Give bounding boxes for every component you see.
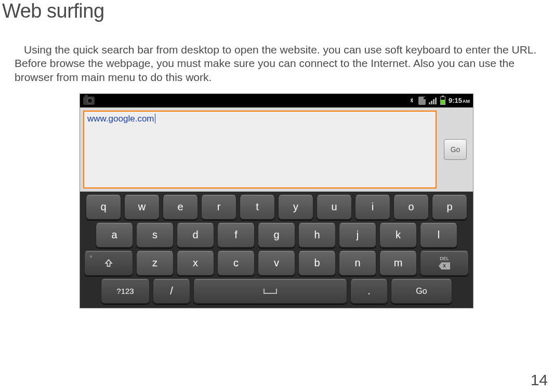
camera-icon <box>83 97 95 105</box>
key-w[interactable]: w <box>124 195 160 220</box>
key-b[interactable]: b <box>298 251 336 276</box>
key-s[interactable]: s <box>136 223 174 248</box>
key-space[interactable] <box>193 279 347 304</box>
space-icon <box>264 289 277 294</box>
key-v[interactable]: v <box>258 251 295 276</box>
clock: 9:15AM <box>449 97 470 104</box>
key-f[interactable]: f <box>217 223 255 248</box>
key-y[interactable]: y <box>278 195 313 220</box>
key-z[interactable]: z <box>136 251 174 276</box>
intro-paragraph: Using the quick search bar from desktop … <box>0 22 553 84</box>
key-symbols[interactable]: ?123 <box>101 279 150 304</box>
key-e[interactable]: e <box>163 195 198 220</box>
bluetooth-icon <box>408 97 415 104</box>
key-i[interactable]: i <box>355 195 390 220</box>
intro-text: Using the quick search bar from desktop … <box>15 44 536 83</box>
key-q[interactable]: q <box>86 195 121 220</box>
signal-icon <box>429 97 437 104</box>
key-o[interactable]: o <box>393 195 429 220</box>
url-text: www.google.com <box>87 114 155 124</box>
sd-card-icon <box>418 97 426 105</box>
key-a[interactable]: a <box>96 223 133 248</box>
key-t[interactable]: t <box>240 195 275 220</box>
url-area: www.google.com Go <box>80 107 473 192</box>
key-shift[interactable] <box>84 251 133 276</box>
key-go[interactable]: Go <box>391 279 452 304</box>
key-m[interactable]: m <box>379 251 417 276</box>
key-g[interactable]: g <box>258 223 295 248</box>
key-delete[interactable]: DEL x <box>420 251 469 276</box>
go-button[interactable]: Go <box>444 139 467 160</box>
key-h[interactable]: h <box>298 223 336 248</box>
device-screenshot: 9:15AM www.google.com Go q w e r t y u i… <box>80 93 473 308</box>
status-bar: 9:15AM <box>80 94 473 107</box>
url-input[interactable]: www.google.com <box>83 111 437 188</box>
key-p[interactable]: p <box>432 195 467 220</box>
key-dot[interactable]: . <box>350 279 388 304</box>
del-label: DEL <box>440 256 449 261</box>
key-r[interactable]: r <box>201 195 236 220</box>
key-c[interactable]: c <box>217 251 255 276</box>
page-title: Web surfing <box>0 0 553 22</box>
key-k[interactable]: k <box>379 223 417 248</box>
key-x[interactable]: x <box>177 251 214 276</box>
key-u[interactable]: u <box>317 195 352 220</box>
key-slash[interactable]: / <box>153 279 190 304</box>
soft-keyboard: q w e r t y u i o p a s d f g h j k l <box>80 192 473 308</box>
battery-icon <box>440 97 445 105</box>
key-d[interactable]: d <box>177 223 214 248</box>
key-j[interactable]: j <box>339 223 376 248</box>
key-l[interactable]: l <box>420 223 457 248</box>
page-number: 14 <box>531 371 548 389</box>
key-n[interactable]: n <box>339 251 376 276</box>
